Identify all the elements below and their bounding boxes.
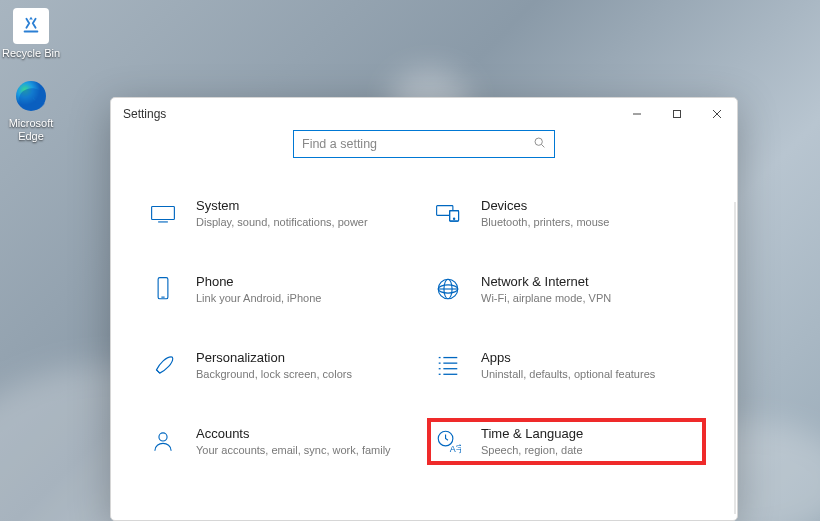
phone-icon — [148, 274, 178, 304]
devices-icon — [433, 198, 463, 228]
category-desc: Wi-Fi, airplane mode, VPN — [481, 291, 696, 306]
category-apps[interactable]: AppsUninstall, defaults, optional featur… — [429, 344, 704, 388]
search-box[interactable] — [293, 130, 555, 158]
search-row — [111, 130, 737, 164]
svg-point-12 — [453, 218, 454, 219]
category-accounts[interactable]: AccountsYour accounts, email, sync, work… — [144, 420, 419, 464]
recycle-bin-icon — [13, 8, 49, 44]
desktop-icon-label: Recycle Bin — [0, 47, 62, 60]
category-desc: Bluetooth, printers, mouse — [481, 215, 696, 230]
svg-line-6 — [542, 145, 545, 148]
search-icon — [533, 135, 546, 153]
category-desc: Link your Android, iPhone — [196, 291, 411, 306]
category-desc: Display, sound, notifications, power — [196, 215, 411, 230]
time-icon: A字 — [433, 426, 463, 456]
personal-icon — [148, 350, 178, 380]
desktop-icon-label: Microsoft Edge — [0, 117, 62, 142]
titlebar[interactable]: Settings — [111, 98, 737, 130]
svg-point-27 — [159, 432, 167, 440]
category-phone[interactable]: PhoneLink your Android, iPhone — [144, 268, 419, 312]
category-desc: Background, lock screen, colors — [196, 367, 411, 382]
category-name: Devices — [481, 198, 696, 213]
scrollbar[interactable] — [734, 202, 736, 514]
accounts-icon — [148, 426, 178, 456]
settings-window: Settings SystemDisplay, sound, notificat… — [110, 97, 738, 521]
desktop-icon-recycle-bin[interactable]: Recycle Bin — [0, 8, 62, 60]
system-icon — [148, 198, 178, 228]
desktop-icon-edge[interactable]: Microsoft Edge — [0, 78, 62, 142]
settings-content: SystemDisplay, sound, notifications, pow… — [111, 164, 737, 520]
svg-rect-2 — [674, 111, 681, 118]
category-name: Phone — [196, 274, 411, 289]
category-name: System — [196, 198, 411, 213]
category-desc: Speech, region, date — [481, 443, 696, 458]
category-time[interactable]: A字Time & LanguageSpeech, region, date — [429, 420, 704, 464]
svg-rect-13 — [158, 277, 168, 298]
svg-rect-7 — [152, 207, 175, 220]
svg-text:A字: A字 — [450, 444, 461, 454]
network-icon — [433, 274, 463, 304]
category-desc: Your accounts, email, sync, work, family — [196, 443, 411, 458]
maximize-button[interactable] — [657, 98, 697, 130]
category-name: Time & Language — [481, 426, 696, 441]
window-title: Settings — [123, 107, 166, 121]
category-desc: Uninstall, defaults, optional features — [481, 367, 696, 382]
search-input[interactable] — [302, 137, 533, 151]
category-name: Apps — [481, 350, 696, 365]
svg-point-5 — [535, 138, 542, 145]
category-personal[interactable]: PersonalizationBackground, lock screen, … — [144, 344, 419, 388]
category-name: Network & Internet — [481, 274, 696, 289]
category-name: Personalization — [196, 350, 411, 365]
category-system[interactable]: SystemDisplay, sound, notifications, pow… — [144, 192, 419, 236]
category-devices[interactable]: DevicesBluetooth, printers, mouse — [429, 192, 704, 236]
category-name: Accounts — [196, 426, 411, 441]
category-network[interactable]: Network & InternetWi-Fi, airplane mode, … — [429, 268, 704, 312]
edge-icon — [13, 78, 49, 114]
close-button[interactable] — [697, 98, 737, 130]
apps-icon — [433, 350, 463, 380]
minimize-button[interactable] — [617, 98, 657, 130]
